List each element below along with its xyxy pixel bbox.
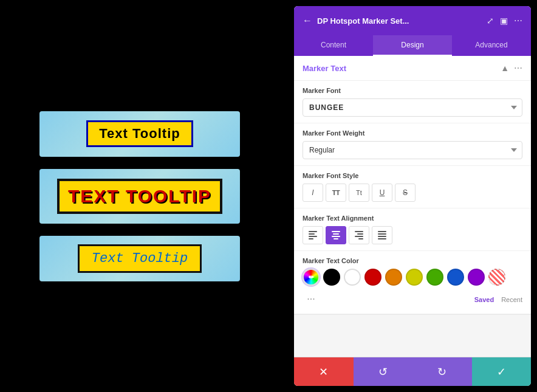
align-center-icon xyxy=(332,231,340,239)
redo-icon: ↻ xyxy=(437,365,446,379)
edit-icon: ✏ xyxy=(309,273,314,281)
align-justify-icon xyxy=(378,231,386,239)
panel-tabs: Content Design Advanced xyxy=(294,35,531,56)
color-picker-swatch[interactable]: ✏ xyxy=(303,269,320,286)
section-toggle-icon[interactable]: ▲ xyxy=(501,63,509,73)
panel-footer: ✕ ↺ ↻ ✓ xyxy=(294,357,531,386)
recent-label[interactable]: Recent xyxy=(501,296,522,303)
saved-label[interactable]: Saved xyxy=(474,296,494,303)
allcaps-button[interactable]: TT xyxy=(326,184,346,202)
menu-icon[interactable]: ⋯ xyxy=(514,16,522,26)
tooltip-preview-2: TEXT TOOLTIP xyxy=(39,169,240,224)
tab-design[interactable]: Design xyxy=(373,35,452,56)
cancel-button[interactable]: ✕ xyxy=(294,357,354,386)
confirm-icon: ✓ xyxy=(497,365,506,379)
align-center-button[interactable] xyxy=(326,226,346,244)
style-buttons: I TT Tt U S xyxy=(303,184,522,202)
panel-title: DP Hotspot Marker Set... xyxy=(317,16,482,26)
marker-text-color-field: Marker Text Color ✏ xyxy=(294,251,531,314)
tab-advanced[interactable]: Advanced xyxy=(452,35,531,56)
undo-icon: ↺ xyxy=(378,365,388,379)
settings-panel: ← DP Hotspot Marker Set... ⤢ ▣ ⋯ Content… xyxy=(294,6,531,386)
section-controls: ▲ ⋯ xyxy=(501,63,522,73)
tooltip-text-1: Text Tooltip xyxy=(86,120,193,147)
align-right-button[interactable] xyxy=(349,226,369,244)
align-justify-button[interactable] xyxy=(372,226,392,244)
marker-text-color-label: Marker Text Color xyxy=(303,257,522,264)
tooltip-text-2: TEXT TOOLTIP xyxy=(57,179,222,214)
tooltip-preview-3: Text Tooltip xyxy=(39,236,240,281)
align-left-button[interactable] xyxy=(303,226,323,244)
marker-font-weight-select[interactable]: Regular Bold Light Medium Black xyxy=(303,141,522,159)
color-swatch-green[interactable] xyxy=(426,269,443,286)
cancel-icon: ✕ xyxy=(319,365,328,379)
marker-font-label: Marker Font xyxy=(303,87,522,94)
tab-content[interactable]: Content xyxy=(294,35,373,56)
layout-icon[interactable]: ▣ xyxy=(500,16,508,26)
tooltip-preview-1: Text Tooltip xyxy=(39,111,240,157)
color-swatch-striped[interactable] xyxy=(488,269,505,286)
tooltip-text-3: Text Tooltip xyxy=(78,244,202,273)
color-swatch-purple[interactable] xyxy=(468,269,485,286)
color-more-button[interactable]: ··· xyxy=(303,291,320,308)
marker-font-style-label: Marker Font Style xyxy=(303,172,522,179)
strikethrough-button[interactable]: S xyxy=(395,184,416,202)
marker-font-weight-label: Marker Font Weight xyxy=(303,129,522,137)
section-title: Marker Text xyxy=(303,64,346,73)
marker-font-weight-field: Marker Font Weight Regular Bold Light Me… xyxy=(294,123,531,166)
color-swatch-blue[interactable] xyxy=(447,269,464,286)
redo-button[interactable]: ↻ xyxy=(412,357,472,386)
color-swatch-white[interactable] xyxy=(344,269,361,286)
align-buttons xyxy=(303,226,522,244)
panel-header: ← DP Hotspot Marker Set... ⤢ ▣ ⋯ xyxy=(294,6,531,35)
back-button[interactable]: ← xyxy=(303,15,312,26)
marker-font-select[interactable]: BUNGEE Arial Times New Roman Georgia Cou… xyxy=(303,98,522,117)
confirm-button[interactable]: ✓ xyxy=(472,357,532,386)
color-swatch-black[interactable] xyxy=(323,269,340,286)
align-left-icon xyxy=(309,231,317,239)
section-header[interactable]: Marker Text ▲ ⋯ xyxy=(294,56,531,81)
panel-body: Marker Text ▲ ⋯ Marker Font BUNGEE Arial… xyxy=(294,56,531,357)
color-swatches: ✏ xyxy=(303,269,522,286)
color-swatch-orange[interactable] xyxy=(385,269,402,286)
marker-text-alignment-label: Marker Text Alignment xyxy=(303,215,522,222)
align-right-icon xyxy=(355,231,363,239)
undo-button[interactable]: ↺ xyxy=(354,357,413,386)
marker-text-section: Marker Text ▲ ⋯ Marker Font BUNGEE Arial… xyxy=(294,56,531,315)
expand-icon[interactable]: ⤢ xyxy=(487,16,494,26)
marker-font-style-field: Marker Font Style I TT Tt U S xyxy=(294,166,531,208)
color-swatch-yellow[interactable] xyxy=(406,269,423,286)
italic-button[interactable]: I xyxy=(303,184,323,202)
preview-area: Text Tooltip TEXT TOOLTIP Text Tooltip xyxy=(0,0,279,392)
color-swatch-red[interactable] xyxy=(364,269,381,286)
underline-button[interactable]: U xyxy=(372,184,392,202)
header-icons: ⤢ ▣ ⋯ xyxy=(487,16,522,26)
section-menu-icon[interactable]: ⋯ xyxy=(514,63,522,73)
marker-font-field: Marker Font BUNGEE Arial Times New Roman… xyxy=(294,81,531,123)
marker-text-alignment-field: Marker Text Alignment xyxy=(294,208,531,251)
capitalize-button[interactable]: Tt xyxy=(349,184,369,202)
saved-recent-row: Saved Recent xyxy=(474,294,522,304)
